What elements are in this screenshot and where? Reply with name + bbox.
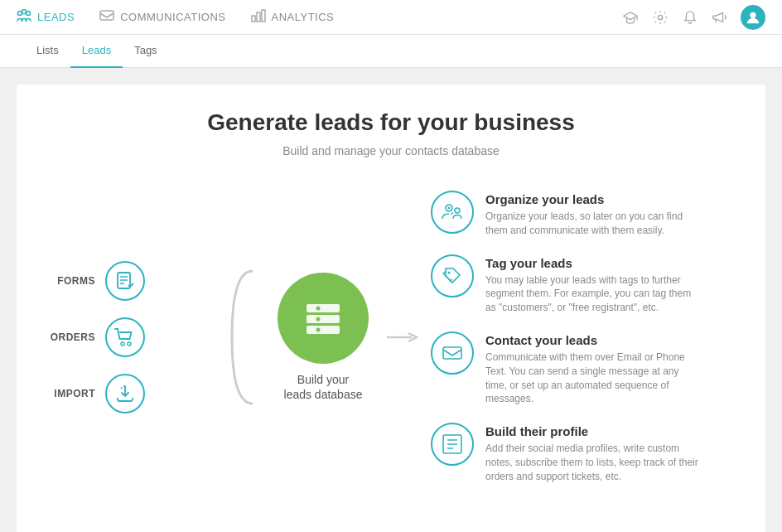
sub-navigation: Lists Leads Tags	[0, 35, 782, 68]
contact-icon	[431, 331, 474, 375]
svg-rect-18	[307, 326, 340, 334]
center-area: Build yourleads database	[265, 273, 381, 402]
nav-communications-label: COMMUNICATIONS	[120, 11, 225, 23]
import-label: IMPORT	[50, 388, 95, 399]
gear-icon[interactable]	[651, 8, 669, 27]
nav-right-icons	[621, 5, 765, 30]
feature-contact: Contact your leads Communicate with them…	[431, 331, 732, 406]
svg-point-19	[316, 306, 321, 310]
center-label: Build yourleads database	[284, 372, 363, 402]
sub-nav-tags[interactable]: Tags	[123, 35, 168, 68]
communications-icon	[99, 9, 114, 26]
bracket	[215, 263, 265, 412]
feature-profile-text: Build their profile Add their social med…	[485, 423, 701, 483]
feature-contact-text: Contact your leads Communicate with them…	[485, 331, 701, 406]
bell-icon[interactable]	[681, 8, 699, 27]
svg-rect-4	[252, 16, 255, 22]
feature-contact-title: Contact your leads	[485, 333, 701, 347]
nav-item-analytics[interactable]: ANALYTICS	[251, 9, 335, 26]
feature-organize-desc: Organize your leads, so later on you can…	[485, 210, 701, 238]
svg-point-24	[455, 208, 460, 213]
sub-nav-lists[interactable]: Lists	[25, 35, 70, 68]
avatar[interactable]	[741, 5, 765, 30]
nav-items: LEADS COMMUNICATIONS ANALYTICS	[17, 9, 621, 26]
feature-organize-title: Organize your leads	[485, 192, 701, 206]
svg-point-2	[27, 11, 31, 15]
orders-icon-circle	[105, 317, 145, 357]
arrow	[381, 329, 422, 346]
sources-side: FORMS ORDERS	[50, 261, 215, 414]
nav-item-leads[interactable]: LEADS	[17, 9, 75, 26]
svg-point-20	[316, 317, 321, 321]
feature-profile-title: Build their profile	[485, 424, 701, 438]
nav-analytics-label: ANALYTICS	[272, 11, 335, 23]
svg-point-15	[128, 342, 131, 346]
graduation-cap-icon[interactable]	[621, 8, 640, 27]
feature-tag: Tag your leads You may lable your leads …	[431, 254, 732, 315]
leads-icon	[17, 9, 31, 26]
profile-icon	[431, 423, 474, 466]
content-card: Generate leads for your business Build a…	[17, 85, 765, 532]
orders-label: ORDERS	[50, 331, 95, 343]
diagram-area: FORMS ORDERS	[50, 191, 732, 484]
feature-organize-text: Organize your leads Organize your leads,…	[485, 191, 701, 238]
source-import: IMPORT	[50, 374, 215, 414]
feature-tag-text: Tag your leads You may lable your leads …	[485, 254, 701, 315]
svg-point-0	[18, 11, 22, 15]
nav-item-communications[interactable]: COMMUNICATIONS	[99, 9, 225, 26]
svg-point-9	[750, 12, 755, 17]
feature-profile-desc: Add their social media profiles, write c…	[485, 442, 701, 483]
feature-profile: Build their profile Add their social med…	[431, 423, 732, 483]
tag-icon	[431, 254, 474, 297]
svg-rect-3	[100, 11, 113, 20]
svg-rect-16	[307, 304, 340, 312]
svg-point-21	[316, 327, 321, 331]
import-icon-circle	[105, 374, 145, 414]
feature-tag-desc: You may lable your leads with tags to fu…	[485, 273, 701, 315]
megaphone-icon[interactable]	[711, 8, 729, 27]
sub-nav-leads[interactable]: Leads	[70, 35, 123, 68]
forms-icon-circle	[105, 261, 145, 301]
analytics-icon	[251, 9, 266, 26]
features-side: Organize your leads Organize your leads,…	[422, 191, 732, 484]
feature-contact-desc: Communicate with them over Email or Phon…	[485, 351, 701, 406]
organize-icon	[431, 191, 474, 234]
svg-point-14	[121, 342, 124, 346]
svg-rect-17	[307, 315, 340, 323]
source-orders: ORDERS	[50, 317, 215, 357]
svg-rect-6	[262, 10, 265, 22]
forms-label: FORMS	[50, 275, 95, 287]
main-content: Generate leads for your business Build a…	[0, 68, 782, 532]
feature-organize: Organize your leads Organize your leads,…	[431, 191, 732, 238]
feature-tag-title: Tag your leads	[485, 256, 701, 270]
page-subtitle: Build and manage your contacts database	[50, 144, 732, 157]
svg-rect-5	[257, 12, 260, 22]
nav-leads-label: LEADS	[37, 11, 75, 23]
svg-point-8	[658, 15, 662, 19]
svg-point-26	[448, 271, 451, 273]
svg-point-25	[448, 207, 451, 210]
center-circle	[278, 273, 369, 364]
page-title: Generate leads for your business	[50, 109, 732, 136]
source-forms: FORMS	[50, 261, 215, 301]
svg-rect-27	[443, 347, 461, 359]
svg-point-1	[22, 9, 27, 13]
top-navigation: LEADS COMMUNICATIONS ANALYTICS	[0, 0, 782, 35]
